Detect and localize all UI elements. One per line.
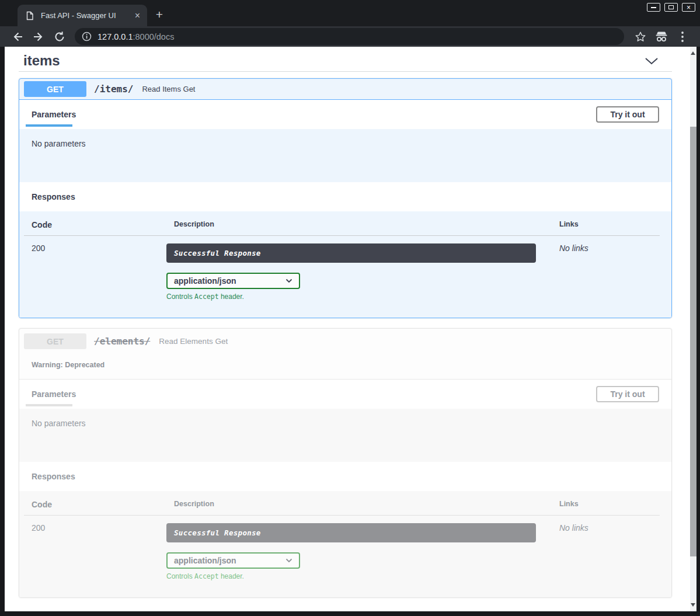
opblock-get-elements-deprecated: GET /elements/ Read Elements Get Warning… [19, 328, 672, 598]
tag-section-header[interactable]: items [19, 51, 672, 70]
tab-favicon-icon [26, 11, 34, 20]
operation-path: /items/ [94, 83, 133, 95]
method-badge: GET [24, 81, 86, 97]
chevron-down-icon[interactable] [645, 57, 659, 65]
opblock-get-items: GET /items/ Read Items Get Parameters Tr… [19, 78, 672, 318]
response-links: No links [552, 523, 660, 580]
browser-titlebar: Fast API - Swagger UI × + × [0, 0, 700, 26]
column-description: Description [166, 220, 552, 229]
responses-table: Code Description Links 200 Successful Re… [19, 491, 671, 597]
operation-summary: Read Items Get [142, 85, 195, 93]
scroll-down-arrow[interactable] [691, 603, 695, 607]
media-type-select[interactable]: application/json [166, 273, 300, 289]
no-parameters-text: No parameters [32, 139, 86, 148]
parameters-body: No parameters [19, 409, 671, 462]
incognito-icon[interactable] [654, 30, 668, 44]
minimize-icon[interactable] [647, 3, 660, 12]
responses-table: Code Description Links 200 Successful Re… [19, 211, 671, 318]
kebab-menu-icon[interactable] [675, 30, 689, 44]
url-path: :8000/docs [133, 32, 174, 41]
browser-tab[interactable]: Fast API - Swagger UI × [18, 5, 147, 26]
no-parameters-text: No parameters [32, 419, 86, 428]
response-code: 200 [24, 523, 166, 580]
window-controls: × [647, 3, 695, 12]
browser-viewport: items GET /items/ Read Items Get Para [5, 47, 696, 611]
try-it-out-button[interactable]: Try it out [596, 386, 659, 402]
column-description: Description [166, 500, 552, 509]
responses-table-header: Code Description Links [24, 220, 660, 236]
parameters-body: No parameters [19, 129, 671, 182]
response-code: 200 [24, 243, 166, 301]
url-host: 127.0.0.1 [97, 32, 133, 41]
method-badge: GET [24, 333, 86, 349]
parameters-header: Parameters Try it out [19, 380, 671, 409]
responses-header: Responses [19, 462, 671, 491]
try-it-out-button[interactable]: Try it out [596, 106, 659, 123]
response-row: 200 Successful Response application/json [24, 516, 660, 580]
response-description-box: Successful Response [166, 523, 536, 542]
column-code: Code [24, 220, 166, 229]
response-row: 200 Successful Response application/json [24, 236, 660, 301]
scrollbar-thumb[interactable] [690, 127, 696, 556]
parameters-header: Parameters Try it out [19, 100, 671, 129]
star-icon[interactable] [633, 30, 647, 44]
accept-header-note: Controls Accept header. [166, 293, 552, 301]
chevron-down-icon [285, 279, 292, 283]
maximize-icon[interactable] [664, 3, 678, 12]
tag-divider [19, 71, 672, 72]
opblock-summary[interactable]: GET /items/ Read Items Get [19, 79, 671, 100]
browser-navbar: 127.0.0.1:8000/docs [0, 26, 700, 47]
swagger-page: items GET /items/ Read Items Get Para [5, 47, 690, 611]
tab-close-icon[interactable]: × [135, 11, 140, 20]
scroll-up-arrow[interactable] [691, 51, 695, 55]
media-type-select[interactable]: application/json [166, 552, 300, 569]
column-code: Code [24, 500, 166, 509]
column-links: Links [552, 220, 660, 229]
tag-title: items [23, 53, 60, 69]
tab-title: Fast API - Swagger UI [41, 11, 130, 20]
column-links: Links [552, 500, 660, 509]
operation-summary: Read Elements Get [159, 337, 228, 346]
tab-parameters[interactable]: Parameters [32, 100, 76, 129]
chevron-down-icon [285, 558, 292, 563]
reload-icon[interactable] [53, 30, 67, 44]
close-icon[interactable]: × [682, 3, 695, 12]
responses-title: Responses [32, 192, 75, 201]
responses-table-header: Code Description Links [24, 500, 660, 516]
responses-title: Responses [32, 472, 75, 481]
operation-path: /elements/ [94, 336, 150, 347]
deprecated-warning: Warning: Deprecated [19, 354, 671, 380]
opblock-summary[interactable]: GET /elements/ Read Elements Get [19, 329, 671, 354]
response-description-box: Successful Response [166, 243, 536, 263]
tab-parameters[interactable]: Parameters [32, 380, 76, 409]
accept-header-note: Controls Accept header. [166, 572, 552, 580]
responses-header: Responses [19, 182, 671, 211]
info-icon[interactable] [82, 32, 92, 41]
response-links: No links [552, 243, 660, 301]
scrollbar[interactable] [690, 47, 696, 611]
forward-arrow-icon[interactable] [32, 30, 46, 44]
address-bar[interactable]: 127.0.0.1:8000/docs [75, 28, 624, 45]
back-arrow-icon[interactable] [11, 30, 25, 44]
new-tab-button[interactable]: + [153, 8, 166, 21]
